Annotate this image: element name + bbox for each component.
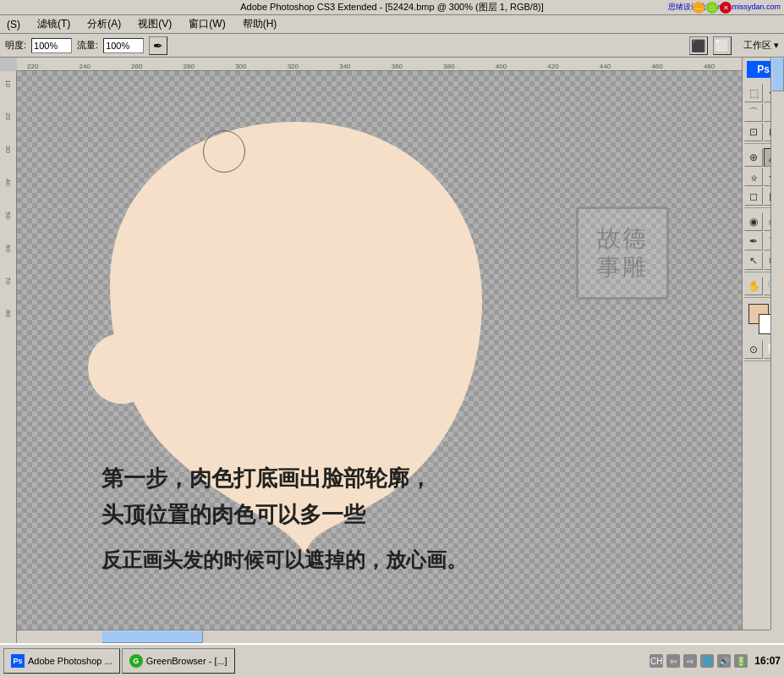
taskbar-system-tray: CH ⇦ ⇨ 🌐 🔊 🔋 16:07 <box>650 654 781 668</box>
ruler-tick: 420 <box>547 63 558 70</box>
sys-network-icon: 🌐 <box>700 654 714 668</box>
taskbar-clock: 16:07 <box>754 655 781 667</box>
sys-arrow-left-icon[interactable]: ⇦ <box>666 654 680 668</box>
path-select-tool[interactable]: ↖ <box>744 251 763 270</box>
browser-taskbar-icon: G <box>129 654 143 668</box>
blur-tool[interactable]: ◉ <box>744 212 763 231</box>
quick-mask-btn[interactable]: ⊙ <box>744 340 763 359</box>
menu-analyze[interactable]: 分析(A) <box>84 15 124 33</box>
ruler-tick: 360 <box>392 63 403 70</box>
titlebar-text: Adobe Photoshop CS3 Extended - [52424.bm… <box>240 1 543 14</box>
taskbar-browser-label: GreenBrowser - [...] <box>146 656 228 666</box>
sys-battery-icon: 🔋 <box>734 654 748 668</box>
ps-taskbar-icon: Ps <box>11 654 25 668</box>
ruler-v-tick: 10 <box>4 80 12 87</box>
sys-arrow-right-icon[interactable]: ⇨ <box>683 654 697 668</box>
screen-mode-btn[interactable]: ⬜ <box>713 36 732 55</box>
watermark-stamp: 故德 事雕 <box>576 206 669 300</box>
ruler-v-tick: 80 <box>4 310 12 317</box>
marquee-tool[interactable]: ⬚ <box>744 84 763 102</box>
menu-s[interactable]: (S) <box>3 17 24 32</box>
taskbar-ps-label: Adobe Photoshop ... <box>28 656 112 666</box>
ruler-v-tick: 50 <box>4 212 12 219</box>
brush-cursor <box>203 130 245 173</box>
ruler-v-tick: 40 <box>4 179 12 186</box>
scrollbar-horizontal[interactable] <box>17 630 770 643</box>
menu-view[interactable]: 视图(V) <box>134 15 175 33</box>
taskbar: Ps Adobe Photoshop ... G GreenBrowser - … <box>0 643 784 677</box>
menu-filter[interactable]: 滤镜(T) <box>34 15 74 33</box>
minimize-btn[interactable]: — <box>693 2 705 14</box>
ruler-tick: 320 <box>288 63 299 70</box>
menubar: (S) 滤镜(T) 分析(A) 视图(V) 窗口(W) 帮助(H) <box>0 15 784 34</box>
scrollbar-v-thumb[interactable] <box>771 58 784 91</box>
ruler-tick: 480 <box>704 63 715 70</box>
lasso-tool[interactable]: ⌒ <box>744 103 763 122</box>
close-btn[interactable]: ✕ <box>720 2 732 14</box>
canvas-area[interactable]: 故德 事雕 第一步，肉色打底画出脸部轮廓， 头顶位置的肉色可以多一些 反正画头发… <box>17 71 770 643</box>
ruler-tick: 440 <box>600 63 611 70</box>
eraser-tool[interactable]: ◻ <box>744 187 763 206</box>
annotation-text: 第一步，肉色打底画出脸部轮廓， 头顶位置的肉色可以多一些 反正画头发的时候可以遮… <box>101 462 467 575</box>
window-controls: — □ ✕ <box>691 0 733 15</box>
ruler-tick: 240 <box>79 63 90 70</box>
ruler-v-tick: 60 <box>4 245 12 252</box>
titlebar: Adobe Photoshop CS3 Extended - [52424.bm… <box>0 0 784 15</box>
airbrush-btn[interactable]: ✒ <box>149 36 167 55</box>
taskbar-ps-btn[interactable]: Ps Adobe Photoshop ... <box>3 648 120 674</box>
ruler-tick: 220 <box>27 63 38 70</box>
ruler-tick: 380 <box>443 63 454 70</box>
annotation-line1: 第一步，肉色打底画出脸部轮廓， <box>101 462 467 495</box>
ruler-v-tick: 70 <box>4 277 12 284</box>
menu-window[interactable]: 窗口(W) <box>185 15 228 33</box>
spot-heal-tool[interactable]: ⊕ <box>744 148 763 167</box>
workspace-label: 工作区 ▾ <box>743 39 779 52</box>
brightness-label: 明度: <box>5 39 26 52</box>
flow-input[interactable] <box>103 38 144 53</box>
options-bar: 明度: 流量: ✒ ⬛ ⬜ 工作区 ▾ <box>0 34 784 58</box>
ruler-tick: 400 <box>496 63 507 70</box>
annotation-line2: 头顶位置的肉色可以多一些 <box>101 498 467 531</box>
flow-label: 流量: <box>77 39 98 52</box>
ruler-tick: 340 <box>339 63 350 70</box>
ruler-tick: 300 <box>235 63 246 70</box>
sys-speaker-icon: 🔊 <box>717 654 731 668</box>
scrollbar-vertical[interactable] <box>770 58 784 630</box>
menu-help[interactable]: 帮助(H) <box>239 15 281 33</box>
crop-tool[interactable]: ⊡ <box>744 123 763 141</box>
ruler-tick: 460 <box>651 63 662 70</box>
ruler-v-tick: 20 <box>4 113 12 120</box>
hand-tool[interactable]: ✋ <box>744 277 763 295</box>
ruler-horizontal: 220 240 260 280 300 320 340 360 380 400 … <box>17 58 770 71</box>
taskbar-browser-btn[interactable]: G GreenBrowser - [...] <box>122 648 235 674</box>
ruler-vertical: 10 20 30 40 50 60 70 80 <box>0 71 17 643</box>
ruler-v-tick: 30 <box>4 146 12 153</box>
annotation-line3: 反正画头发的时候可以遮掉的，放心画。 <box>101 545 467 575</box>
canvas-mode-btn[interactable]: ⬛ <box>689 36 708 55</box>
ruler-tick: 260 <box>131 63 142 70</box>
scrollbar-h-thumb[interactable] <box>101 630 203 643</box>
clone-stamp-tool[interactable]: ⎒ <box>744 168 763 186</box>
ruler-tick: 280 <box>184 63 195 70</box>
canvas-background: 故德 事雕 第一步，肉色打底画出脸部轮廓， 头顶位置的肉色可以多一些 反正画头发… <box>17 71 770 643</box>
pen-tool[interactable]: ✒ <box>744 232 763 250</box>
sys-lang-icon[interactable]: CH <box>650 654 663 668</box>
maximize-btn[interactable]: □ <box>706 2 718 14</box>
brightness-input[interactable] <box>31 38 72 53</box>
